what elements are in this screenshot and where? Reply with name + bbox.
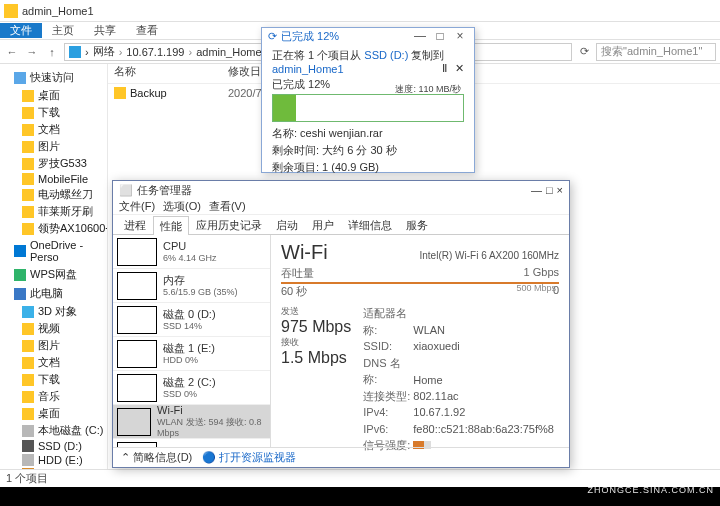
perf-cpu[interactable]: CPU6% 4.14 GHz bbox=[113, 235, 270, 269]
perf-memory[interactable]: 内存5.6/15.9 GB (35%) bbox=[113, 269, 270, 303]
tab-history[interactable]: 应用历史记录 bbox=[189, 215, 269, 234]
tab-performance[interactable]: 性能 bbox=[153, 216, 189, 235]
ribbon-home[interactable]: 主页 bbox=[42, 23, 84, 38]
sidebar-thispc[interactable]: 此电脑 bbox=[0, 284, 107, 303]
sidebar-item[interactable]: 视频 bbox=[0, 320, 107, 337]
crumb-host[interactable]: 10.67.1.199 bbox=[126, 46, 184, 58]
ribbon-share[interactable]: 共享 bbox=[84, 23, 126, 38]
copy-line1: 正在将 1 个项目从 SSD (D:) 复制到 admin_Home1 bbox=[272, 48, 464, 75]
pause-button[interactable]: Ⅱ bbox=[442, 62, 447, 75]
sidebar-item[interactable]: 罗技G533 bbox=[0, 155, 107, 172]
perf-gpu[interactable]: GPU 0 bbox=[113, 439, 270, 447]
cancel-copy-button[interactable]: ✕ bbox=[455, 62, 464, 75]
folder-icon bbox=[22, 158, 34, 170]
tab-users[interactable]: 用户 bbox=[305, 215, 341, 234]
copy-speed: 速度: 110 MB/秒 bbox=[395, 83, 461, 96]
copy-titlebar[interactable]: ⟳ 已完成 12% — □ × bbox=[262, 28, 474, 44]
pc-icon bbox=[14, 288, 26, 300]
sidebar-item[interactable]: 菲莱斯牙刷 bbox=[0, 203, 107, 220]
perf-wifi[interactable]: Wi-FiWLAN 发送: 594 接收: 0.8 Mbps bbox=[113, 405, 270, 439]
ribbon-file[interactable]: 文件 bbox=[0, 23, 42, 38]
sidebar-item[interactable]: 本地磁盘 (C:) bbox=[0, 422, 107, 439]
ribbon-view[interactable]: 查看 bbox=[126, 23, 168, 38]
disk-icon bbox=[22, 440, 34, 452]
folder-icon bbox=[114, 87, 126, 99]
perf-detail: Wi-Fi Intel(R) Wi-Fi 6 AX200 160MHz 吞吐量1… bbox=[271, 235, 569, 447]
send-label: 发送 bbox=[281, 305, 351, 318]
sidebar-item[interactable]: 文档 bbox=[0, 121, 107, 138]
file-name: Backup bbox=[130, 87, 167, 99]
tm-footer: ⌃简略信息(D) 🔵 打开资源监视器 bbox=[113, 447, 569, 467]
back-button[interactable]: ← bbox=[4, 44, 20, 60]
menu-file[interactable]: 文件(F) bbox=[119, 199, 155, 214]
crumb-folder[interactable]: admin_Home1 bbox=[196, 46, 268, 58]
sidebar-item[interactable]: 桌面 bbox=[0, 405, 107, 422]
open-resource-monitor[interactable]: 🔵 打开资源监视器 bbox=[202, 450, 296, 465]
tm-title: 任务管理器 bbox=[137, 183, 192, 198]
close-button[interactable]: × bbox=[452, 28, 468, 44]
copy-filename: 名称: ceshi wenjian.rar bbox=[272, 126, 464, 141]
folder-icon bbox=[22, 189, 34, 201]
tab-processes[interactable]: 进程 bbox=[117, 215, 153, 234]
tm-icon: ⬜ bbox=[119, 184, 133, 197]
sidebar-onedrive[interactable]: OneDrive - Perso bbox=[0, 237, 107, 265]
maximize-button[interactable]: □ bbox=[432, 28, 448, 44]
tab-details[interactable]: 详细信息 bbox=[341, 215, 399, 234]
chart-ymid: 500 Mbps bbox=[516, 283, 556, 293]
chart-ymax: 1 Gbps bbox=[524, 266, 559, 281]
watermark: 新浪众测 ZHONGCE.SINA.COM.CN bbox=[587, 474, 714, 496]
task-manager: ⬜ 任务管理器 — □ × 文件(F) 选项(O) 查看(V) 进程 性能 应用… bbox=[112, 180, 570, 468]
sidebar-quick[interactable]: 快速访问 bbox=[0, 68, 107, 87]
close-button[interactable]: × bbox=[557, 184, 563, 196]
sidebar-item[interactable]: 桌面 bbox=[0, 87, 107, 104]
sidebar-item[interactable]: SSD (D:) bbox=[0, 439, 107, 453]
folder-icon bbox=[22, 206, 34, 218]
folder-icon bbox=[22, 408, 34, 420]
copy-dialog: ⟳ 已完成 12% — □ × 正在将 1 个项目从 SSD (D:) 复制到 … bbox=[261, 27, 475, 173]
titlebar[interactable]: admin_Home1 bbox=[0, 0, 720, 22]
chart-ylabel: 吞吐量 bbox=[281, 266, 314, 281]
copy-icon: ⟳ bbox=[268, 30, 277, 43]
tab-startup[interactable]: 启动 bbox=[269, 215, 305, 234]
tm-menu: 文件(F) 选项(O) 查看(V) bbox=[113, 199, 569, 215]
sidebar-item[interactable]: 下载 bbox=[0, 104, 107, 121]
sidebar-item[interactable]: 音乐 bbox=[0, 388, 107, 405]
detail-title: Wi-Fi bbox=[281, 241, 328, 264]
up-button[interactable]: ↑ bbox=[44, 44, 60, 60]
perf-disk1[interactable]: 磁盘 1 (E:)HDD 0% bbox=[113, 337, 270, 371]
fewer-details-button[interactable]: ⌃简略信息(D) bbox=[121, 450, 192, 465]
sidebar-item[interactable]: 下载 bbox=[0, 371, 107, 388]
forward-button[interactable]: → bbox=[24, 44, 40, 60]
perf-disk0[interactable]: 磁盘 0 (D:)SSD 14% bbox=[113, 303, 270, 337]
refresh-button[interactable]: ⟳ bbox=[576, 44, 592, 60]
minimize-button[interactable]: — bbox=[531, 184, 542, 196]
sidebar-item[interactable]: 文档 bbox=[0, 354, 107, 371]
3d-icon bbox=[22, 306, 34, 318]
tm-tabs: 进程 性能 应用历史记录 启动 用户 详细信息 服务 bbox=[113, 215, 569, 235]
folder-icon bbox=[22, 374, 34, 386]
tm-titlebar[interactable]: ⬜ 任务管理器 — □ × bbox=[113, 181, 569, 199]
menu-options[interactable]: 选项(O) bbox=[163, 199, 201, 214]
sidebar-item[interactable]: 领势AX10600+AC bbox=[0, 220, 107, 237]
sidebar: 快速访问 桌面 下载 文档 图片 罗技G533 MobileFile 电动螺丝刀… bbox=[0, 64, 108, 469]
col-name[interactable]: 名称 bbox=[108, 64, 228, 83]
sidebar-item[interactable]: 图片 bbox=[0, 138, 107, 155]
sidebar-item[interactable]: 图片 bbox=[0, 337, 107, 354]
minimize-button[interactable]: — bbox=[412, 28, 428, 44]
sidebar-wps[interactable]: WPS网盘 bbox=[0, 265, 107, 284]
perf-disk2[interactable]: 磁盘 2 (C:)SSD 0% bbox=[113, 371, 270, 405]
sidebar-item[interactable]: HDD (E:) bbox=[0, 453, 107, 467]
sidebar-item[interactable]: 3D 对象 bbox=[0, 303, 107, 320]
folder-icon bbox=[22, 323, 34, 335]
sidebar-item[interactable]: 电动螺丝刀 bbox=[0, 186, 107, 203]
crumb-network[interactable]: 网络 bbox=[93, 44, 115, 59]
folder-icon bbox=[22, 173, 34, 185]
sidebar-item[interactable]: MobileFile bbox=[0, 172, 107, 186]
maximize-button[interactable]: □ bbox=[546, 184, 553, 196]
search-input[interactable]: 搜索"admin_Home1" bbox=[596, 43, 716, 61]
menu-view[interactable]: 查看(V) bbox=[209, 199, 246, 214]
disk-icon bbox=[22, 454, 34, 466]
folder-icon bbox=[22, 357, 34, 369]
tab-services[interactable]: 服务 bbox=[399, 215, 435, 234]
folder-icon bbox=[22, 340, 34, 352]
